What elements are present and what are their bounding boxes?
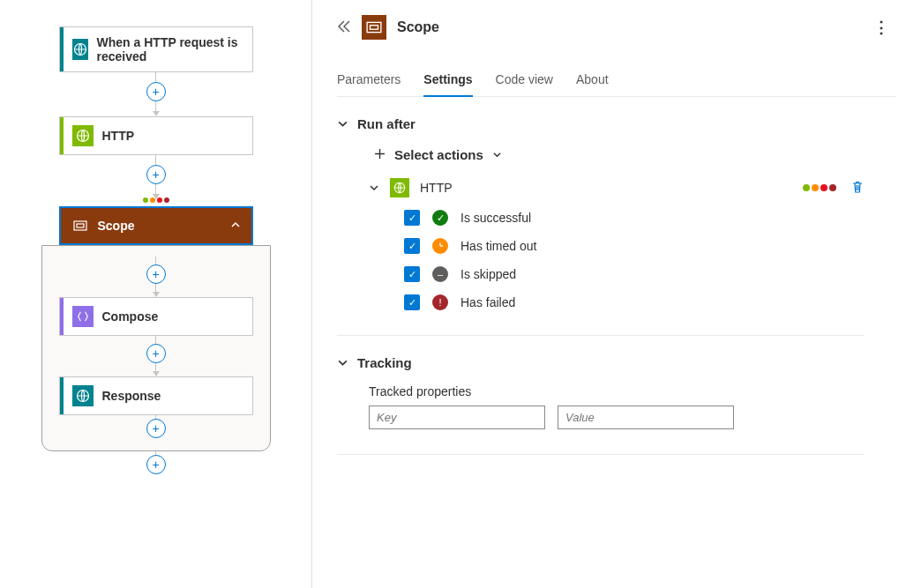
svg-rect-2 <box>74 221 86 230</box>
node-scope-header[interactable]: Scope <box>59 206 253 245</box>
add-step-button[interactable]: + <box>146 455 166 474</box>
status-row: ✓ ! Has failed <box>404 294 865 310</box>
minus-icon: – <box>432 266 448 282</box>
node-compose[interactable]: Compose <box>59 297 253 336</box>
node-title: Scope <box>98 219 135 233</box>
scope-icon <box>71 217 89 234</box>
checkbox-timedout[interactable]: ✓ <box>404 238 420 254</box>
add-step-button[interactable]: + <box>146 419 166 438</box>
success-icon: ✓ <box>432 210 448 226</box>
node-title: Response <box>102 389 161 403</box>
status-indicator-dots <box>803 184 836 191</box>
section-run-after: Run after Select actions HTTP <box>337 116 896 336</box>
status-list: ✓ ✓ Is successful ✓ Has timed out ✓ – Is… <box>404 210 865 310</box>
compose-icon <box>72 306 94 327</box>
svg-rect-3 <box>77 224 84 227</box>
run-after-item-http[interactable]: HTTP <box>369 178 865 197</box>
globe-icon <box>72 385 94 406</box>
add-step-button[interactable]: + <box>146 344 166 363</box>
add-step-button[interactable]: + <box>146 165 166 184</box>
tab-settings[interactable]: Settings <box>423 65 472 97</box>
tab-about[interactable]: About <box>576 65 609 96</box>
more-options-button[interactable]: ⋮ <box>866 14 896 41</box>
run-after-item-title: HTTP <box>420 181 453 195</box>
plus-icon <box>374 147 386 162</box>
connector: + <box>59 336 253 376</box>
connector: + <box>59 72 253 116</box>
checkbox-successful[interactable]: ✓ <box>404 210 420 226</box>
tabs: Parameters Settings Code view About <box>337 65 896 97</box>
chevron-up-icon <box>230 219 241 233</box>
node-title: Compose <box>102 309 159 324</box>
status-label: Has failed <box>460 295 515 309</box>
node-http[interactable]: HTTP <box>59 116 253 155</box>
tracked-value-input[interactable] <box>558 406 734 429</box>
node-response[interactable]: Response <box>59 376 253 415</box>
tab-parameters[interactable]: Parameters <box>337 65 401 96</box>
collapse-panel-button[interactable] <box>337 20 351 35</box>
globe-icon <box>72 39 88 60</box>
svg-rect-5 <box>367 22 381 32</box>
status-label: Has timed out <box>460 239 536 253</box>
globe-icon <box>72 125 94 146</box>
select-actions-button[interactable]: Select actions <box>374 147 865 162</box>
detail-title: Scope <box>397 19 439 35</box>
detail-panel: Scope ⋮ Parameters Settings Code view Ab… <box>312 0 921 588</box>
status-row: ✓ ✓ Is successful <box>404 210 865 226</box>
section-title: Tracking <box>357 355 412 370</box>
section-header-run-after[interactable]: Run after <box>337 116 865 131</box>
chevron-down-icon <box>337 357 348 368</box>
tracked-properties-label: Tracked properties <box>369 384 865 398</box>
checkbox-skipped[interactable]: ✓ <box>404 266 420 282</box>
connector: + <box>59 257 253 297</box>
tab-code-view[interactable]: Code view <box>496 65 553 96</box>
node-title: When a HTTP request is received <box>97 35 243 63</box>
checkbox-failed[interactable]: ✓ <box>404 294 420 310</box>
connector: + <box>41 451 271 480</box>
svg-rect-6 <box>371 26 378 30</box>
connector: + <box>59 415 253 443</box>
error-icon: ! <box>432 294 448 310</box>
globe-icon <box>390 178 409 197</box>
connector: + <box>59 155 253 199</box>
tracked-key-input[interactable] <box>369 406 545 429</box>
chevron-down-icon <box>369 182 379 193</box>
scope-container: + Compose + <box>41 245 271 451</box>
chevron-down-icon <box>337 118 348 130</box>
workflow-canvas: When a HTTP request is received + HTTP + <box>0 0 312 588</box>
chevron-down-icon <box>492 150 502 160</box>
section-tracking: Tracking Tracked properties <box>337 355 896 455</box>
section-header-tracking[interactable]: Tracking <box>337 355 865 370</box>
node-title: HTTP <box>102 129 135 143</box>
scope-icon <box>362 15 386 40</box>
node-trigger[interactable]: When a HTTP request is received <box>59 26 253 72</box>
clock-icon <box>432 238 448 254</box>
status-label: Is successful <box>460 211 531 225</box>
status-row: ✓ Has timed out <box>404 238 865 254</box>
status-row: ✓ – Is skipped <box>404 266 865 282</box>
delete-button[interactable] <box>850 180 865 197</box>
detail-header: Scope ⋮ <box>337 14 896 41</box>
add-step-button[interactable]: + <box>146 82 166 101</box>
section-divider <box>337 454 865 455</box>
section-divider <box>337 335 865 336</box>
section-title: Run after <box>357 116 416 131</box>
app-root: When a HTTP request is received + HTTP + <box>0 0 921 588</box>
add-step-button[interactable]: + <box>146 264 166 284</box>
status-label: Is skipped <box>460 267 516 281</box>
